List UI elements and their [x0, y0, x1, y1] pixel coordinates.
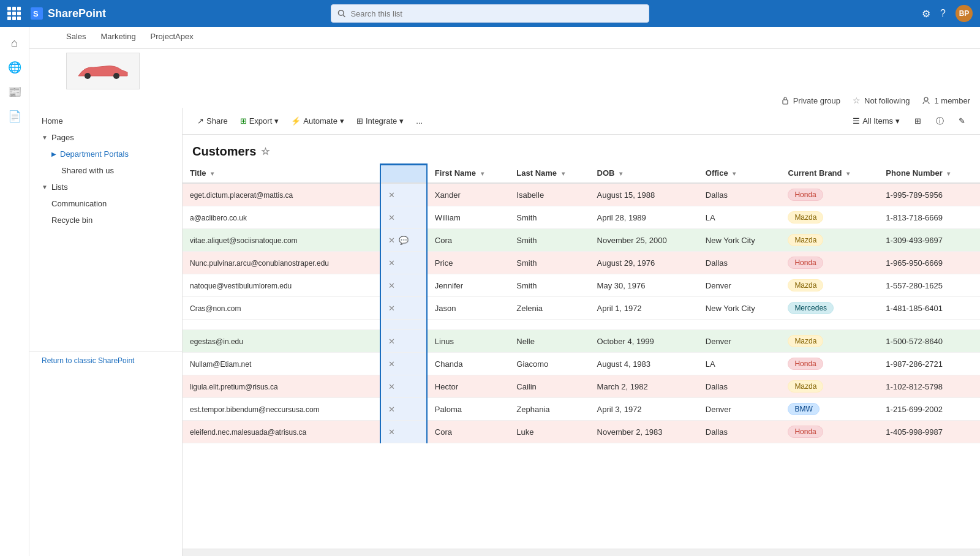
table-row: egestas@in.edu✕LinusNelleOctober 4, 1999… — [183, 330, 980, 353]
brand-cell: Mercedes — [780, 297, 878, 320]
title-text: vitae.aliquet@sociisnatoque.com — [190, 236, 298, 245]
settings-icon[interactable]: ⚙ — [922, 8, 930, 20]
action-cell: ✕ — [380, 330, 427, 353]
comment-icon[interactable]: 💬 — [399, 236, 409, 245]
svg-line-3 — [343, 15, 345, 17]
first-name-cell: Paloma — [427, 398, 509, 421]
action-cell: ✕ — [380, 375, 427, 398]
brand-sort-icon: ▾ — [846, 170, 850, 177]
brand-cell: Honda — [780, 252, 878, 274]
sidebar-pages[interactable]: ▼ Pages — [29, 129, 182, 146]
svg-rect-6 — [783, 100, 788, 104]
close-icon[interactable]: ✕ — [388, 427, 395, 437]
edit-row-icon[interactable]: ✕ — [388, 236, 395, 245]
automate-button[interactable]: ⚡ Automate ▾ — [286, 113, 349, 129]
page-nav-icon[interactable]: 📄 — [4, 105, 26, 127]
action-cell: ✕ — [380, 398, 427, 421]
brand-cell: Honda — [780, 421, 878, 443]
col-header-selected[interactable] — [380, 163, 427, 183]
close-icon[interactable]: ✕ — [388, 405, 395, 414]
title-cell: Nunc.pulvinar.arcu@conubianostraper.edu — [183, 252, 380, 274]
title-text: a@aclibero.co.uk — [190, 214, 247, 222]
first-name-cell: Jason — [427, 297, 509, 320]
export-button[interactable]: ⊞ Export ▾ — [235, 113, 284, 129]
search-bar[interactable] — [331, 4, 649, 23]
home-nav-icon[interactable]: ⌂ — [4, 32, 26, 54]
more-button[interactable]: ... — [411, 113, 428, 129]
close-icon[interactable]: ✕ — [388, 304, 395, 313]
sub-nav-sales[interactable]: Sales — [66, 32, 86, 43]
first-name-cell: Hector — [427, 375, 509, 398]
top-bar-actions: ⚙ ? BP — [922, 5, 973, 22]
waffle-icon[interactable] — [7, 7, 21, 20]
last-name-cell: Smith — [509, 206, 589, 229]
close-icon[interactable]: ✕ — [388, 190, 395, 200]
customers-table: Title ▾ First Name ▾ — [183, 163, 980, 443]
help-icon[interactable]: ? — [940, 8, 946, 19]
sidebar-department-portals[interactable]: ▶ Department Portals — [29, 146, 182, 162]
return-classic[interactable]: Return to classic SharePoint — [29, 351, 182, 370]
phone-cell: 1-987-286-2721 — [878, 353, 980, 375]
col-header-lastname[interactable]: Last Name ▾ — [509, 163, 589, 183]
view-icon: ☰ — [853, 116, 860, 126]
col-header-dob[interactable]: DOB ▾ — [590, 163, 698, 183]
first-name-cell: Price — [427, 252, 509, 274]
col-header-phone[interactable]: Phone Number ▾ — [878, 163, 980, 183]
favorite-star-icon[interactable]: ☆ — [261, 146, 270, 157]
col-header-brand[interactable]: Current Brand ▾ — [780, 163, 878, 183]
col-header-title[interactable]: Title ▾ — [183, 163, 380, 183]
integrate-button[interactable]: ⊞ Integrate ▾ — [352, 113, 409, 129]
integrate-chevron: ▾ — [399, 116, 404, 126]
horizontal-scrollbar[interactable] — [183, 549, 980, 556]
close-icon[interactable]: ✕ — [388, 337, 395, 346]
avatar[interactable]: BP — [956, 5, 973, 22]
info-bar: Private group ☆ Not following 1 member — [29, 93, 980, 108]
table-row: ligula.elit.pretium@risus.ca✕HectorCaili… — [183, 375, 980, 398]
close-icon[interactable]: ✕ — [388, 213, 395, 222]
globe-nav-icon[interactable]: 🌐 — [4, 56, 26, 78]
first-name-cell: Jennifer — [427, 274, 509, 297]
sidebar-communication[interactable]: Communication — [29, 195, 182, 212]
title-cell: Cras@non.com — [183, 297, 380, 320]
star-icon: ☆ — [853, 96, 861, 105]
sub-nav-projectapex[interactable]: ProjectApex — [151, 32, 194, 43]
close-icon[interactable]: ✕ — [388, 359, 395, 369]
edit-button[interactable]: ✎ — [954, 114, 970, 128]
dob-sort-icon: ▾ — [619, 170, 622, 177]
table-row: Nullam@Etiam.net✕ChandaGiacomoAugust 4, … — [183, 353, 980, 375]
dob-cell: November 25, 2000 — [590, 229, 698, 252]
sidebar-shared-with-us[interactable]: Shared with us — [29, 162, 182, 179]
close-icon[interactable]: ✕ — [388, 281, 395, 290]
sidebar-recycle-bin[interactable]: Recycle bin — [29, 212, 182, 228]
not-following-item[interactable]: ☆ Not following — [853, 96, 910, 105]
share-button[interactable]: ↗ Share — [192, 113, 233, 129]
news-nav-icon[interactable]: 📰 — [4, 81, 26, 103]
action-cell: ✕ — [380, 353, 427, 375]
last-name-cell: Nelle — [509, 330, 589, 353]
phone-cell: 1-500-572-8640 — [878, 330, 980, 353]
close-icon[interactable]: ✕ — [388, 258, 395, 268]
close-icon[interactable]: ✕ — [388, 382, 395, 391]
filter-button[interactable]: ⊞ — [910, 114, 926, 128]
phone-cell: 1-965-950-6669 — [878, 252, 980, 274]
filter-icon: ⊞ — [914, 116, 921, 126]
members-item[interactable]: 1 member — [922, 96, 970, 105]
private-group-item[interactable]: Private group — [781, 96, 840, 105]
brand-badge: Mazda — [788, 211, 823, 224]
col-header-firstname[interactable]: First Name ▾ — [427, 163, 509, 183]
sidebar-home[interactable]: Home — [29, 113, 182, 129]
sidebar-lists[interactable]: ▼ Lists — [29, 179, 182, 195]
top-bar: S SharePoint ⚙ ? BP — [0, 0, 980, 27]
table-row: eget.dictum.placerat@mattis.ca✕XanderIsa… — [183, 183, 980, 206]
sub-nav-marketing[interactable]: Marketing — [101, 32, 136, 43]
office-cell: Dallas — [698, 252, 781, 274]
dob-cell: August 29, 1976 — [590, 252, 698, 274]
info-button[interactable]: ⓘ — [931, 113, 949, 129]
brand-cell: Mazda — [780, 229, 878, 252]
col-header-office[interactable]: Office ▾ — [698, 163, 781, 183]
title-cell: eleifend.nec.malesuada@atrisus.ca — [183, 421, 380, 443]
last-name-cell: Smith — [509, 252, 589, 274]
search-input[interactable] — [350, 9, 643, 18]
firstname-sort-icon: ▾ — [481, 170, 484, 177]
all-items-button[interactable]: ☰ All Items ▾ — [848, 114, 905, 128]
